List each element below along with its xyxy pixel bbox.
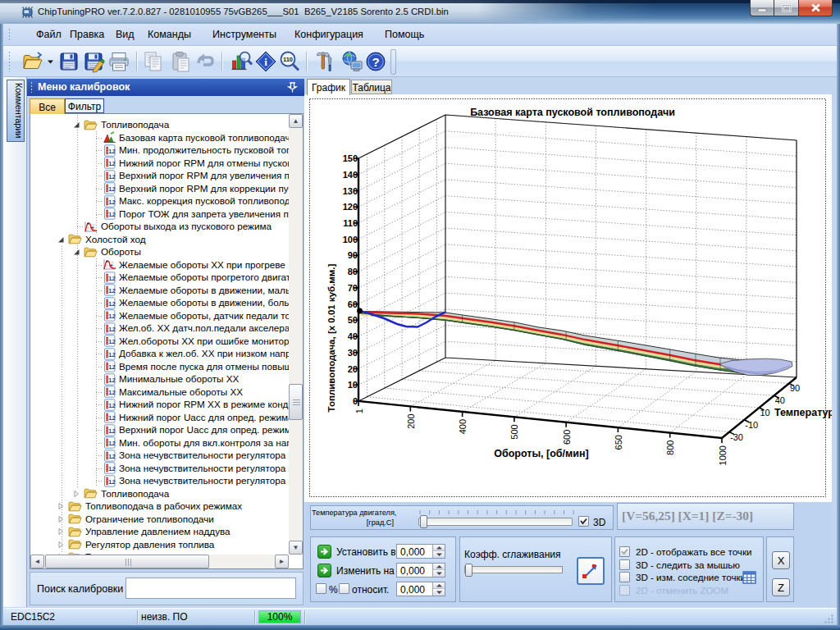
svg-text:1: 1: [354, 409, 364, 413]
svg-text:40: 40: [348, 331, 358, 341]
svg-text:-10: -10: [745, 420, 758, 430]
svg-text:10: 10: [348, 380, 358, 390]
svg-text:90: 90: [348, 250, 358, 260]
svg-text:-30: -30: [730, 432, 743, 442]
svg-text:i: i: [264, 56, 267, 68]
svg-text:10: 10: [760, 408, 770, 418]
svg-text:150: 150: [343, 153, 358, 163]
svg-text:140: 140: [343, 170, 358, 180]
svg-text:Базовая карта пусковой топливо: Базовая карта пусковой топливоподачи: [470, 107, 675, 118]
svg-text:30: 30: [348, 348, 358, 358]
svg-text:1000: 1000: [718, 445, 728, 465]
svg-text:80: 80: [348, 267, 358, 276]
svg-text:Обороты, [об/мин]: Обороты, [об/мин]: [494, 448, 588, 459]
svg-text:20: 20: [348, 364, 358, 374]
svg-text:Топливоподача, [х 0.01 куб.мм.: Топливоподача, [х 0.01 куб.мм.]: [326, 263, 336, 412]
svg-text:60: 60: [348, 299, 358, 309]
svg-text:800: 800: [665, 441, 675, 455]
svg-text:110: 110: [283, 56, 293, 63]
svg-text:50: 50: [348, 315, 358, 325]
svg-text:200: 200: [406, 413, 416, 428]
svg-text:40: 40: [775, 395, 785, 405]
svg-text:400: 400: [458, 419, 468, 434]
svg-text:500: 500: [509, 424, 519, 439]
svg-text:650: 650: [614, 435, 623, 450]
svg-text:?: ?: [372, 55, 379, 69]
svg-text:600: 600: [562, 430, 572, 445]
svg-text:120: 120: [343, 202, 358, 212]
svg-text:90: 90: [790, 383, 800, 393]
svg-text:100: 100: [343, 235, 358, 244]
svg-text:Температура: Температура: [774, 407, 832, 418]
svg-text:130: 130: [343, 186, 358, 196]
svg-text:110: 110: [343, 218, 358, 228]
svg-text:70: 70: [348, 283, 358, 293]
svg-text:0: 0: [353, 396, 358, 406]
